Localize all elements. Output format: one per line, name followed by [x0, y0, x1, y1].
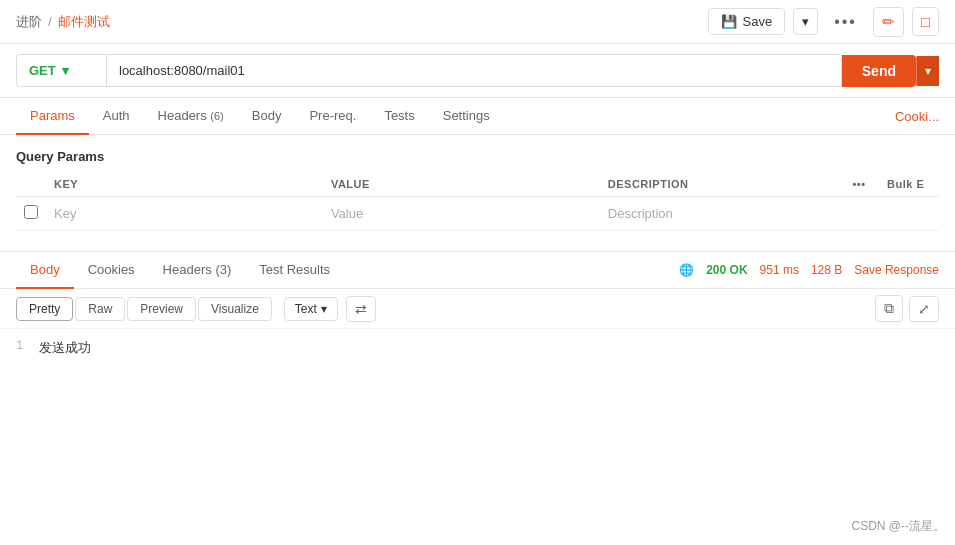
response-tab-cookies[interactable]: Cookies: [74, 252, 149, 289]
tab-prereq[interactable]: Pre-req.: [295, 98, 370, 135]
col-dots-header: •••: [839, 172, 879, 197]
breadcrumb-separator: /: [48, 14, 52, 29]
status-badge: 200 OK: [706, 263, 747, 277]
request-tabs-bar: Params Auth Headers (6) Body Pre-req. Te…: [0, 98, 955, 135]
method-selector[interactable]: GET ▾: [16, 54, 106, 87]
text-format-chevron-icon: ▾: [321, 302, 327, 316]
response-body: 1 发送成功: [0, 329, 955, 367]
copy-button[interactable]: ⧉: [875, 295, 903, 322]
cookies-link[interactable]: Cooki...: [895, 109, 939, 124]
save-dropdown-button[interactable]: ▾: [793, 8, 818, 35]
response-line-1: 1 发送成功: [16, 337, 939, 359]
key-cell[interactable]: Key: [46, 197, 323, 231]
format-tab-preview[interactable]: Preview: [127, 297, 196, 321]
send-button[interactable]: Send: [842, 55, 916, 87]
expand-button[interactable]: ⤢: [909, 296, 939, 322]
send-label: Send: [862, 63, 896, 79]
save-response-button[interactable]: Save Response: [854, 263, 939, 277]
comment-icon: □: [921, 13, 930, 30]
row-checkbox[interactable]: [24, 205, 38, 219]
top-actions: 💾 Save ▾ ••• ✏ □: [708, 7, 939, 37]
comment-button[interactable]: □: [912, 7, 939, 36]
description-cell[interactable]: Description: [600, 197, 839, 231]
col-check-header: [16, 172, 46, 197]
expand-icon: ⤢: [918, 301, 930, 317]
response-tabs-left: Body Cookies Headers (3) Test Results: [16, 252, 344, 288]
format-tab-pretty[interactable]: Pretty: [16, 297, 73, 321]
response-tab-test-results[interactable]: Test Results: [245, 252, 344, 289]
query-params-label: Query Params: [16, 143, 939, 170]
breadcrumb-parent: 进阶: [16, 13, 42, 31]
wrap-button[interactable]: ⇄: [346, 296, 376, 322]
table-header-row: KEY VALUE DESCRIPTION ••• Bulk E: [16, 172, 939, 197]
params-table: KEY VALUE DESCRIPTION ••• Bulk E Key Val…: [16, 172, 939, 231]
edit-button[interactable]: ✏: [873, 7, 904, 37]
col-description-header: DESCRIPTION: [600, 172, 839, 197]
tab-headers[interactable]: Headers (6): [144, 98, 238, 135]
row-dots-cell: [839, 197, 879, 231]
response-size: 128 B: [811, 263, 842, 277]
format-tab-visualize[interactable]: Visualize: [198, 297, 272, 321]
send-chevron-icon: ▾: [925, 64, 931, 78]
tab-body[interactable]: Body: [238, 98, 296, 135]
bulk-cell: [879, 197, 939, 231]
table-row: Key Value Description: [16, 197, 939, 231]
value-placeholder: Value: [331, 206, 363, 221]
value-cell[interactable]: Value: [323, 197, 600, 231]
response-toolbar: Pretty Raw Preview Visualize Text ▾ ⇄ ⧉ …: [0, 289, 955, 329]
response-tabs-bar: Body Cookies Headers (3) Test Results 🌐 …: [0, 252, 955, 289]
copy-icon: ⧉: [884, 300, 894, 316]
chevron-down-icon: ▾: [802, 14, 809, 29]
edit-icon: ✏: [882, 13, 895, 30]
col-key-header: KEY: [46, 172, 323, 197]
response-tab-headers[interactable]: Headers (3): [149, 252, 246, 289]
globe-icon: 🌐: [679, 263, 694, 277]
tab-settings[interactable]: Settings: [429, 98, 504, 135]
more-options-button[interactable]: •••: [826, 8, 865, 36]
top-bar: 进阶 / 邮件测试 💾 Save ▾ ••• ✏ □: [0, 0, 955, 44]
response-section: Body Cookies Headers (3) Test Results 🌐 …: [0, 251, 955, 367]
text-format-selector[interactable]: Text ▾: [284, 297, 338, 321]
row-checkbox-cell: [16, 197, 46, 231]
send-dropdown-button[interactable]: ▾: [916, 56, 939, 86]
method-label: GET: [29, 63, 56, 78]
save-icon: 💾: [721, 14, 737, 29]
text-format-label: Text: [295, 302, 317, 316]
wrap-icon: ⇄: [355, 301, 367, 317]
method-chevron-icon: ▾: [62, 63, 69, 78]
watermark: CSDN @--流星。: [851, 518, 945, 535]
format-tab-raw[interactable]: Raw: [75, 297, 125, 321]
url-input[interactable]: [106, 54, 842, 87]
line-number-1: 1: [16, 339, 23, 353]
response-time: 951 ms: [760, 263, 799, 277]
format-controls: Pretty Raw Preview Visualize Text ▾ ⇄: [16, 296, 376, 322]
request-tabs-left: Params Auth Headers (6) Body Pre-req. Te…: [16, 98, 504, 134]
key-placeholder: Key: [54, 206, 76, 221]
description-placeholder: Description: [608, 206, 673, 221]
response-toolbar-right: ⧉ ⤢: [875, 295, 939, 322]
query-params-section: Query Params KEY VALUE DESCRIPTION ••• B…: [0, 135, 955, 231]
format-tabs: Pretty Raw Preview Visualize: [16, 297, 272, 321]
tab-tests[interactable]: Tests: [370, 98, 428, 135]
col-bulk-header: Bulk E: [879, 172, 939, 197]
breadcrumb: 进阶 / 邮件测试: [16, 13, 110, 31]
breadcrumb-current: 邮件测试: [58, 13, 110, 31]
response-text-1: 发送成功: [39, 339, 91, 357]
tab-auth[interactable]: Auth: [89, 98, 144, 135]
response-meta: 🌐 200 OK 951 ms 128 B Save Response: [679, 263, 939, 277]
save-button[interactable]: 💾 Save: [708, 8, 785, 35]
col-value-header: VALUE: [323, 172, 600, 197]
save-label: Save: [742, 14, 772, 29]
url-bar: GET ▾ Send ▾: [0, 44, 955, 98]
response-tab-body[interactable]: Body: [16, 252, 74, 289]
tab-params[interactable]: Params: [16, 98, 89, 135]
